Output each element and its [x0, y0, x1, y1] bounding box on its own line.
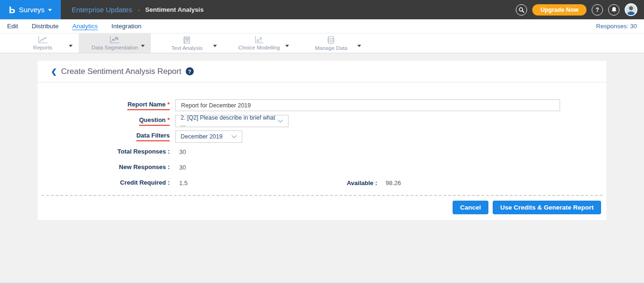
upgrade-now-button[interactable]: Upgrade Now	[532, 4, 586, 16]
line-chart-icon	[38, 36, 48, 44]
question-selected-value: 2. [Q2] Please describe in brief what ..…	[181, 114, 277, 128]
breadcrumb: Enterprise Updates › Sentiment Analysis	[72, 6, 204, 14]
tab-data-segmentation[interactable]: Data Segmentation	[79, 33, 151, 53]
question-row: Question * 2. [Q2] Please describe in br…	[38, 115, 606, 127]
chevron-down-icon	[285, 45, 289, 47]
chevron-down-icon	[141, 45, 145, 47]
page-content: ❮ Create Sentiment Analysis Report ? Rep…	[0, 53, 644, 220]
responses-count[interactable]: Responses: 30	[596, 23, 637, 30]
page-title: Create Sentiment Analysis Report	[61, 67, 182, 76]
credit-row: Credit Required : 1.5 Available : 98.26	[38, 177, 606, 189]
total-responses-label: Total Responses :	[38, 148, 170, 156]
required-asterisk: *	[167, 101, 170, 108]
data-filters-row: Data Filters December 2019	[38, 130, 606, 142]
cancel-button[interactable]: Cancel	[453, 201, 488, 214]
analytics-toolbar: Reports Data Segmentation Text Analysis …	[0, 33, 644, 53]
required-asterisk: *	[167, 116, 170, 123]
breadcrumb-current: Sentiment Analysis	[145, 6, 204, 13]
report-name-row: Report Name *	[38, 99, 606, 111]
tab-choice-modelling[interactable]: Choice Modelling	[223, 33, 295, 53]
user-avatar[interactable]	[625, 3, 637, 16]
data-filters-selected-value: December 2019	[181, 133, 223, 140]
tab-manage-data[interactable]: Manage Data	[295, 33, 367, 53]
back-arrow-icon[interactable]: ❮	[51, 67, 57, 76]
question-label: Question *	[38, 116, 170, 126]
chevron-down-icon	[48, 9, 52, 11]
report-name-label: Report Name *	[38, 101, 170, 110]
available-value: 98.26	[386, 179, 401, 187]
tab-reports[interactable]: Reports	[7, 33, 79, 53]
report-form: Report Name * Question * 2. [Q2] Please …	[38, 82, 606, 220]
search-icon[interactable]	[516, 4, 527, 16]
data-filters-select[interactable]: December 2019	[175, 130, 242, 143]
total-responses-value: 30	[179, 148, 186, 155]
text-document-icon	[182, 36, 191, 44]
breadcrumb-parent[interactable]: Enterprise Updates	[72, 6, 132, 14]
card-title-row: ❮ Create Sentiment Analysis Report ?	[38, 61, 606, 82]
nav-item-edit[interactable]: Edit	[7, 23, 18, 30]
scatter-chart-icon	[109, 36, 120, 44]
brand-label: Surveys	[19, 6, 44, 14]
chevron-down-icon	[357, 45, 361, 47]
credit-required-value: 1.5	[179, 179, 215, 187]
new-responses-row: New Responses : 30	[38, 162, 606, 173]
breadcrumb-separator-icon: ›	[138, 7, 140, 13]
questionpro-logo-icon: P	[9, 5, 15, 15]
survey-nav-bar: Edit Distribute Analytics Integration Re…	[0, 19, 644, 33]
chevron-down-icon	[69, 45, 73, 47]
top-header-bar: P Surveys Enterprise Updates › Sentiment…	[0, 0, 644, 19]
data-filters-label: Data Filters	[38, 132, 170, 141]
report-name-input[interactable]	[175, 99, 560, 111]
help-icon[interactable]: ?	[592, 4, 603, 16]
question-select[interactable]: 2. [Q2] Please describe in brief what ..…	[175, 115, 289, 127]
nav-item-integration[interactable]: Integration	[111, 23, 141, 30]
new-responses-value: 30	[179, 164, 186, 171]
new-responses-label: New Responses :	[38, 163, 170, 172]
chevron-down-icon	[231, 133, 237, 140]
dot-chart-icon	[255, 36, 264, 44]
chevron-down-icon	[213, 45, 217, 47]
generate-report-button[interactable]: Use Credits & Generate Report	[493, 201, 601, 214]
title-help-icon[interactable]: ?	[186, 67, 194, 75]
chevron-down-icon	[277, 118, 283, 124]
database-icon	[327, 36, 335, 44]
available-label: Available :	[215, 179, 377, 187]
nav-item-analytics[interactable]: Analytics	[72, 23, 98, 30]
notifications-bell-icon[interactable]	[608, 4, 619, 16]
credit-required-label: Credit Required :	[38, 179, 170, 187]
surveys-product-menu[interactable]: P Surveys	[0, 0, 61, 19]
nav-item-distribute[interactable]: Distribute	[32, 23, 58, 30]
tab-text-analysis[interactable]: Text Analysis	[151, 33, 223, 53]
create-report-card: ❮ Create Sentiment Analysis Report ? Rep…	[38, 61, 606, 220]
total-responses-row: Total Responses : 30	[38, 146, 606, 158]
header-actions: Upgrade Now ?	[516, 3, 644, 16]
action-buttons: Cancel Use Credits & Generate Report	[38, 196, 606, 220]
